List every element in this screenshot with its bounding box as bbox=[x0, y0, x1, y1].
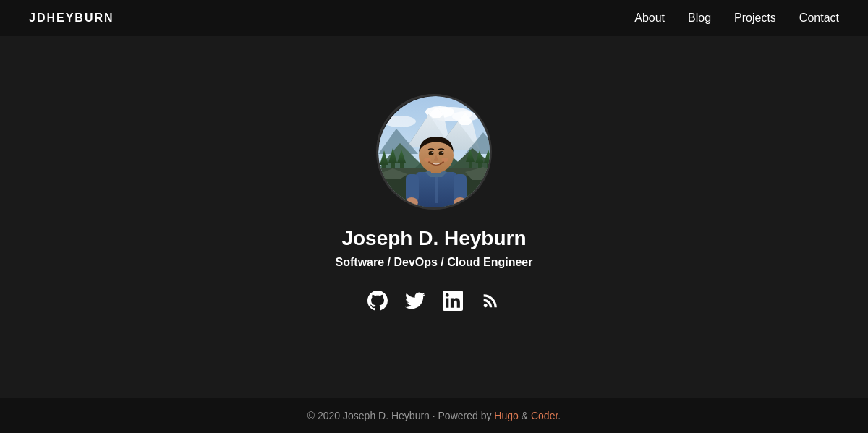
person-name: Joseph D. Heyburn bbox=[341, 227, 526, 250]
main-content: Joseph D. Heyburn Software / DevOps / Cl… bbox=[0, 36, 868, 398]
svg-point-47 bbox=[441, 158, 448, 162]
rss-link[interactable] bbox=[479, 289, 502, 312]
linkedin-link[interactable] bbox=[441, 289, 464, 312]
svg-point-38 bbox=[405, 197, 418, 207]
twitter-link[interactable] bbox=[404, 289, 427, 312]
svg-point-44 bbox=[432, 152, 433, 153]
svg-point-42 bbox=[429, 151, 434, 155]
svg-rect-34 bbox=[435, 174, 438, 203]
nav-projects[interactable]: Projects bbox=[734, 12, 776, 25]
svg-point-39 bbox=[454, 197, 467, 207]
nav-contact[interactable]: Contact bbox=[799, 12, 839, 25]
github-link[interactable] bbox=[366, 289, 389, 312]
coder-link[interactable]: Coder bbox=[531, 410, 558, 421]
svg-point-46 bbox=[424, 158, 431, 162]
nav-about[interactable]: About bbox=[634, 12, 665, 25]
footer-period: . bbox=[558, 410, 561, 421]
avatar-container bbox=[376, 94, 492, 210]
hugo-link[interactable]: Hugo bbox=[494, 410, 518, 421]
avatar bbox=[376, 94, 492, 210]
nav-blog[interactable]: Blog bbox=[688, 12, 711, 25]
person-subtitle: Software / DevOps / Cloud Engineer bbox=[336, 256, 533, 269]
footer-ampersand: & bbox=[522, 410, 531, 421]
copyright-text: © 2020 Joseph D. Heyburn · Powered by bbox=[307, 410, 492, 421]
site-header: JDHEYBURN About Blog Projects Contact bbox=[0, 0, 868, 36]
social-links bbox=[366, 289, 502, 312]
site-footer: © 2020 Joseph D. Heyburn · Powered by Hu… bbox=[0, 398, 868, 433]
svg-point-5 bbox=[384, 116, 416, 127]
svg-point-43 bbox=[439, 151, 444, 155]
site-logo[interactable]: JDHEYBURN bbox=[29, 12, 114, 25]
svg-point-45 bbox=[442, 152, 443, 153]
main-nav: About Blog Projects Contact bbox=[634, 12, 839, 25]
